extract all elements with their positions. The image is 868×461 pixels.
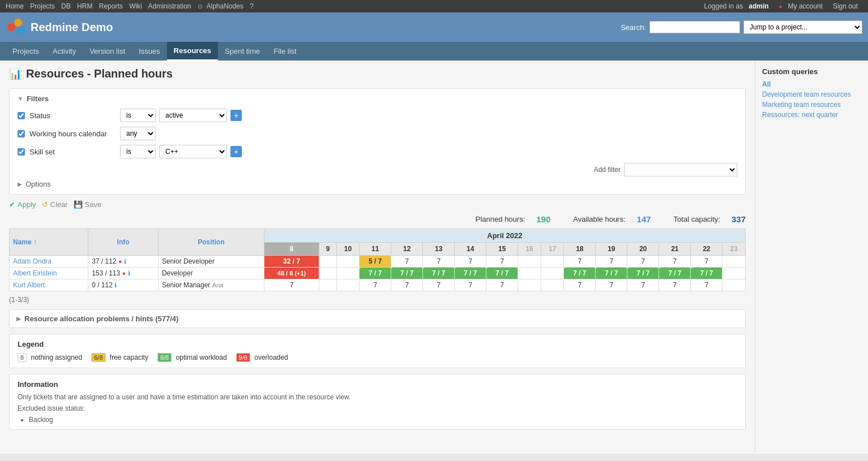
kurt-cell-20[interactable]: 7	[627, 279, 659, 291]
nav-issues-tab[interactable]: Issues	[132, 42, 167, 60]
legend-cell-overloaded: 9/8	[236, 353, 250, 362]
project-jump-select[interactable]: Jump to a project...	[743, 20, 862, 34]
filter-status-val[interactable]: active inactive any	[159, 109, 227, 122]
kurt-cell-8[interactable]: 7	[264, 279, 319, 291]
col-name[interactable]: Name ↑	[10, 229, 88, 256]
nav-help[interactable]: ?	[250, 2, 254, 10]
filter-skillset-op[interactable]: is is not	[120, 145, 156, 158]
albert-cell-12[interactable]: 7 / 7	[391, 268, 423, 279]
nav-administration[interactable]: Administration	[148, 2, 191, 10]
adam-cell-15[interactable]: 7	[486, 256, 518, 268]
add-filter-row: Add filter Group Role Department	[18, 163, 737, 176]
admin-link[interactable]: admin	[749, 2, 768, 10]
kurt-cell-12[interactable]: 7	[391, 279, 423, 291]
row-info-adam: 37 / 112 ● ℹ	[88, 256, 159, 268]
options-row[interactable]: ▶ Options	[18, 180, 737, 188]
filter-skillset-add-btn[interactable]: +	[230, 146, 242, 157]
nav-version-list-tab[interactable]: Version list	[83, 42, 132, 60]
kurt-info-icon: ℹ	[114, 282, 117, 288]
row-name-albert: Albert Einstein	[10, 268, 88, 279]
kurt-cell-15[interactable]: 7	[486, 279, 518, 291]
filter-row-status: Status is is not active inactive any +	[18, 109, 737, 122]
albert-cell-22[interactable]: 7 / 7	[691, 268, 722, 279]
pagination: (1-3/3)	[9, 296, 746, 304]
albert-cell-21[interactable]: 7 / 7	[659, 268, 691, 279]
kurt-cell-19[interactable]: 7	[596, 279, 627, 291]
sign-out-link[interactable]: Sign out	[833, 2, 858, 10]
clear-button[interactable]: ↺ Clear	[42, 200, 68, 209]
filter-whc-checkbox[interactable]	[18, 130, 25, 137]
col-info[interactable]: Info	[88, 229, 159, 256]
adam-cell-21[interactable]: 7	[659, 256, 691, 268]
sidebar-link-dev-team[interactable]: Development team resources	[762, 91, 861, 98]
filter-whc-op[interactable]: any is is not	[120, 127, 156, 140]
nav-db[interactable]: DB	[61, 2, 71, 10]
kurt-cell-22[interactable]: 7	[691, 279, 722, 291]
filter-skillset-checkbox[interactable]	[18, 148, 25, 156]
kurt-cell-13[interactable]: 7	[423, 279, 455, 291]
filter-status-add-btn[interactable]: +	[230, 110, 242, 121]
nav-spent-time-tab[interactable]: Spent time	[218, 42, 267, 60]
my-account-link[interactable]: My account	[788, 2, 823, 10]
nav-activity-tab[interactable]: Activity	[46, 42, 83, 60]
albert-link[interactable]: Albert Einstein	[13, 269, 57, 277]
nav-home[interactable]: Home	[6, 2, 24, 10]
kurt-link[interactable]: Kurt Albert	[13, 281, 45, 289]
nav-alphanodes[interactable]: AlphaNodes	[207, 2, 243, 10]
adam-cell-11[interactable]: 5 / 7	[360, 256, 391, 268]
col-position[interactable]: Position	[158, 229, 264, 256]
sidebar-link-next-quarter[interactable]: Ressources: next quarter	[762, 111, 861, 119]
albert-cell-14[interactable]: 7 / 7	[455, 268, 486, 279]
kurt-cell-23	[722, 279, 746, 291]
albert-cell-11[interactable]: 7 / 7	[360, 268, 391, 279]
adam-cell-8[interactable]: 32 / 7	[264, 256, 319, 268]
albert-cell-9	[319, 268, 336, 279]
nav-file-list-tab[interactable]: File list	[267, 42, 303, 60]
legend-label-overloaded: overloaded	[254, 354, 288, 361]
day-13: 13	[423, 243, 455, 256]
albert-cell-8[interactable]: 48 / 8 (+1)	[264, 268, 319, 279]
albert-cell-20[interactable]: 7 / 7	[627, 268, 659, 279]
albert-cell-18[interactable]: 7 / 7	[564, 268, 596, 279]
save-button[interactable]: 💾 Save	[74, 200, 102, 209]
legend-item-nothing: 8 nothing assigned	[18, 353, 82, 362]
filters-section: ▼ Filters Status is is not active inacti…	[9, 88, 746, 195]
albert-cell-15[interactable]: 7 / 7	[486, 268, 518, 279]
filters-header[interactable]: ▼ Filters	[18, 94, 737, 103]
adam-cell-22[interactable]: 7	[691, 256, 722, 268]
adam-cell-18[interactable]: 7	[564, 256, 596, 268]
apply-button[interactable]: ✔ Apply	[9, 200, 36, 209]
main-layout: 📊 Resources - Planned hours ▼ Filters St…	[0, 61, 868, 454]
nav-hrm[interactable]: HRM	[77, 2, 92, 10]
kurt-cell-11[interactable]: 7	[360, 279, 391, 291]
nav-projects-tab[interactable]: Projects	[6, 42, 46, 60]
add-filter-label: Add filter	[594, 166, 621, 174]
filter-status-checkbox[interactable]	[18, 112, 25, 119]
kurt-cell-14[interactable]: 7	[455, 279, 486, 291]
albert-cell-13[interactable]: 7 / 7	[423, 268, 455, 279]
sidebar-link-all[interactable]: All	[762, 80, 861, 88]
legend-title: Legend	[18, 340, 737, 348]
nav-projects[interactable]: Projects	[30, 2, 54, 10]
adam-info-text: 37 / 112	[92, 257, 116, 265]
problems-header[interactable]: ▶ Resource allocation problems / hints (…	[9, 309, 746, 328]
nav-wiki[interactable]: Wiki	[129, 2, 142, 10]
nav-resources-tab[interactable]: Resources	[167, 42, 218, 61]
adam-link[interactable]: Adam Ondra	[13, 257, 52, 265]
kurt-cell-18[interactable]: 7	[564, 279, 596, 291]
action-bar: ✔ Apply ↺ Clear 💾 Save	[9, 200, 746, 209]
sidebar-link-marketing[interactable]: Marketing team resources	[762, 101, 861, 109]
filter-status-op[interactable]: is is not	[120, 109, 156, 122]
adam-cell-20[interactable]: 7	[627, 256, 659, 268]
adam-cell-14[interactable]: 7	[455, 256, 486, 268]
search-input[interactable]	[649, 21, 740, 33]
adam-cell-19[interactable]: 7	[596, 256, 627, 268]
nav-reports[interactable]: Reports	[99, 2, 123, 10]
kurt-cell-21[interactable]: 7	[659, 279, 691, 291]
adam-cell-12[interactable]: 7	[391, 256, 423, 268]
albert-cell-19[interactable]: 7 / 7	[596, 268, 627, 279]
add-filter-select[interactable]: Group Role Department	[624, 163, 737, 176]
adam-cell-13[interactable]: 7	[423, 256, 455, 268]
filter-skillset-val[interactable]: C++ Java Python JavaScript	[159, 145, 227, 158]
albert-info-icon: ℹ	[128, 270, 130, 277]
